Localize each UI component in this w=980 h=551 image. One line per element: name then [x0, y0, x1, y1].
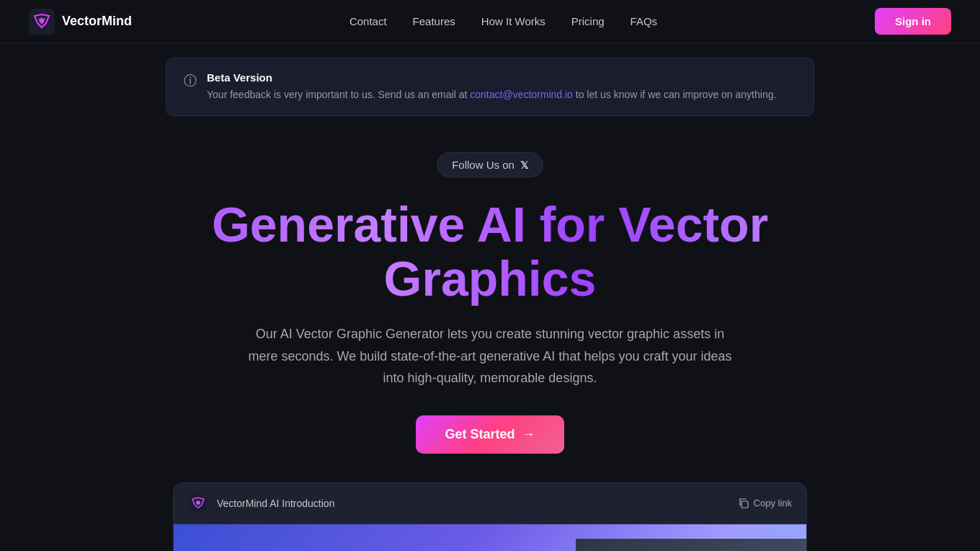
copy-link-label: Copy link: [754, 498, 792, 508]
beta-title: Beta Version: [207, 71, 776, 84]
svg-point-3: [196, 501, 200, 505]
beta-content: Beta Version Your feedback is very impor…: [207, 71, 776, 102]
copy-link-button[interactable]: Copy link: [738, 498, 792, 509]
beta-description: Your feedback is very important to us. S…: [207, 87, 776, 102]
follow-us-label: Follow Us on: [452, 159, 514, 171]
video-section: VectorMind AI Introduction Copy link 🤖 W: [173, 482, 807, 551]
nav-logo[interactable]: VectorMind: [29, 9, 132, 35]
nav-item-features[interactable]: Features: [413, 15, 455, 28]
nav-link-contact[interactable]: Contact: [349, 15, 387, 27]
info-icon: ⓘ: [184, 72, 197, 89]
nav-item-how-it-works[interactable]: How It Works: [481, 15, 545, 28]
logo-icon: [29, 9, 55, 35]
get-started-button[interactable]: Get Started →: [416, 415, 564, 454]
hero-title: Generative AI for Vector Graphics: [166, 198, 814, 306]
hero-description: Our AI Vector Graphic Generator lets you…: [245, 323, 735, 389]
x-twitter-icon: 𝕏: [520, 159, 528, 171]
nav-item-pricing[interactable]: Pricing: [571, 15, 605, 28]
nav-item-contact[interactable]: Contact: [349, 15, 387, 28]
nav-link-features[interactable]: Features: [413, 15, 455, 27]
nav-item-faqs[interactable]: FAQs: [631, 15, 658, 28]
hero-section: Follow Us on 𝕏 Generative AI for Vector …: [0, 131, 980, 551]
nav-link-faqs[interactable]: FAQs: [631, 15, 658, 27]
beta-desc-after: to let us know if we can improve on anyt…: [573, 89, 776, 100]
get-started-label: Get Started: [445, 427, 514, 442]
arrow-icon: →: [522, 427, 535, 442]
beta-desc-before: Your feedback is very important to us. S…: [207, 89, 470, 100]
beta-email-link[interactable]: contact@vectormind.io: [470, 89, 573, 100]
nav-link-how-it-works[interactable]: How It Works: [481, 15, 545, 27]
svg-rect-4: [741, 501, 748, 508]
video-header: VectorMind AI Introduction Copy link: [174, 483, 806, 524]
navbar: VectorMind Contact Features How It Works…: [0, 0, 980, 43]
sign-in-button[interactable]: Sign in: [875, 8, 951, 35]
video-thumbnail[interactable]: 🤖 Where innovation: [174, 524, 806, 551]
video-header-left: VectorMind AI Introduction: [188, 493, 334, 513]
beta-banner: ⓘ Beta Version Your feedback is very imp…: [166, 58, 814, 116]
video-title: VectorMind AI Introduction: [217, 498, 334, 509]
video-vm-logo: [188, 493, 208, 513]
copy-icon: [738, 498, 749, 509]
robot-image-area: 🤖: [576, 539, 806, 551]
logo-text: VectorMind: [62, 14, 132, 29]
follow-us-button[interactable]: Follow Us on 𝕏: [437, 152, 543, 177]
nav-link-pricing[interactable]: Pricing: [571, 15, 605, 27]
nav-links: Contact Features How It Works Pricing FA…: [349, 15, 657, 28]
svg-point-1: [40, 19, 44, 23]
